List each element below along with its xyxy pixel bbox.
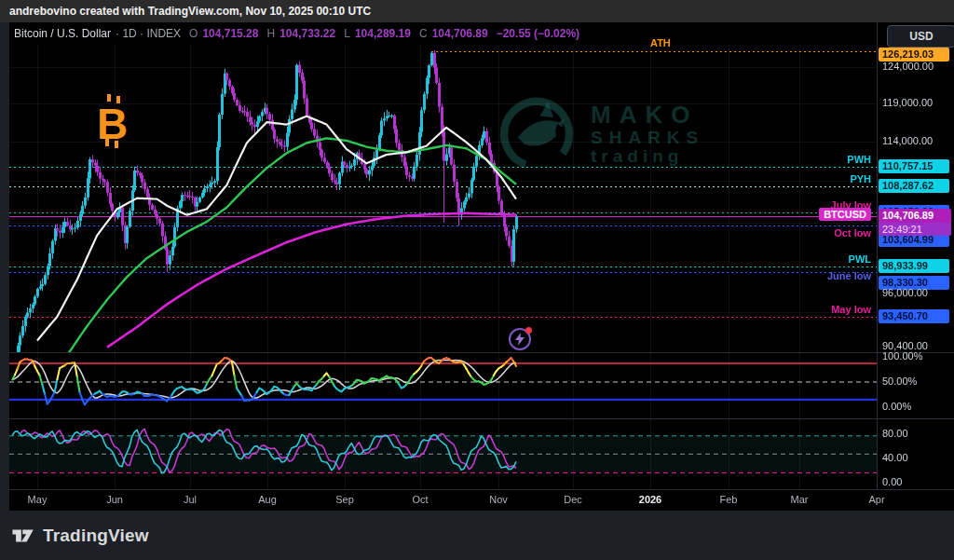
price-scale-label: 40.00 (879, 451, 949, 465)
ohlc-open-label: O (189, 27, 198, 40)
tradingview-logo-text: TradingView (43, 526, 149, 546)
tradingview-logo-icon (11, 526, 35, 546)
ohlc-low-label: L (344, 27, 350, 40)
time-axis-label: Nov (489, 494, 508, 505)
price-scale-label: 0.00 (879, 475, 949, 489)
time-axis[interactable]: MayJunJulAugSepOctNovDec2026FebMarApr (9, 489, 954, 512)
symbol-info-bar[interactable]: Bitcoin / U.S. Dollar · 1D · INDEX O 104… (9, 22, 666, 45)
symbol-meta: · 1D · INDEX (116, 27, 181, 40)
chart-canvas[interactable] (9, 22, 954, 511)
price-scale-label: 96,000.00 (879, 286, 949, 300)
time-axis-label: Sep (335, 494, 354, 505)
currency-toggle-button[interactable]: USD (887, 25, 954, 48)
level-name-label: June low (827, 270, 871, 281)
price-scale-label: 100.00% (879, 349, 949, 363)
level-name-label: PWH (847, 154, 871, 165)
price-scale-label: 0.00% (879, 400, 949, 414)
lightning-icon (515, 333, 525, 346)
time-axis-label: Aug (258, 494, 277, 505)
time-axis-label: Apr (868, 494, 884, 505)
price-scale-label: 108,287.62 (879, 179, 949, 193)
tradingview-logo[interactable]: TradingView (11, 526, 149, 546)
attribution-bar: andrebovino created with TradingView.com… (0, 0, 954, 22)
price-scale-label: 124,000.00 (879, 60, 949, 74)
time-axis-label: Mar (791, 494, 809, 505)
price-scale[interactable]: 126,219.03124,000.00119,000.00114,000.00… (877, 22, 954, 489)
price-scale-label: 80.00 (879, 427, 949, 441)
level-name-label: PWL (849, 253, 871, 265)
ohlc-open-value: 104,715.28 (202, 27, 258, 40)
level-name-label: May low (831, 304, 871, 315)
level-name-label: Oct low (834, 227, 871, 239)
time-axis-label: Feb (720, 494, 738, 505)
price-scale-label: 119,000.00 (879, 96, 949, 110)
last-price-value: 104,706.89 (879, 209, 951, 223)
chart-window: MAKO SHARKS trading B Bitcoin / U.S. Dol… (9, 22, 954, 511)
bottom-frame: TradingView (0, 511, 954, 560)
attribution-text: andrebovino created with TradingView.com… (9, 5, 371, 18)
price-scale-label: 50.00% (879, 375, 949, 389)
level-name-label: PYH (850, 173, 871, 184)
time-axis-label: Oct (412, 494, 428, 505)
price-scale-label: 110,757.15 (879, 159, 949, 173)
ohlc-close-value: 104,706.89 (432, 27, 488, 40)
last-price-label: 104,706.89 23:49:21 (879, 209, 951, 236)
price-scale-label: 93,450.70 (879, 309, 949, 323)
ohlc-high-label: H (266, 27, 275, 40)
time-axis-label: May (28, 494, 48, 505)
ohlc-close-label: C (419, 27, 428, 40)
ohlc-high-value: 104,733.22 (279, 27, 335, 40)
time-axis-label: Jun (106, 494, 123, 505)
symbol-price-badge: BTCUSD (819, 208, 871, 221)
price-scale-label: 114,000.00 (879, 134, 949, 148)
bar-countdown: 23:49:21 (879, 223, 951, 236)
symbol-title[interactable]: Bitcoin / U.S. Dollar (14, 27, 111, 40)
change-value: −20.55 (−0.02%) (497, 27, 579, 40)
time-axis-label: Jul (184, 494, 197, 505)
notification-dot (525, 327, 532, 334)
price-scale-label: 98,933.99 (879, 259, 949, 273)
tradingview-screenshot: andrebovino created with TradingView.com… (0, 0, 954, 560)
quick-action-lightning-button[interactable] (509, 328, 531, 350)
ohlc-low-value: 104,289.19 (355, 27, 411, 40)
time-axis-label: 2026 (639, 494, 661, 505)
time-axis-label: Dec (564, 494, 582, 505)
